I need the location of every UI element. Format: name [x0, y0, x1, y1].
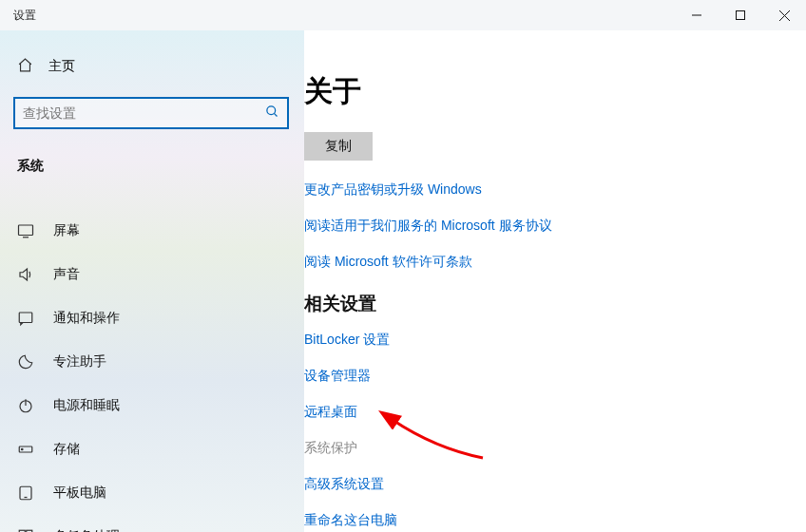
- link-services-agreement[interactable]: 阅读适用于我们服务的 Microsoft 服务协议: [304, 218, 806, 235]
- search-icon: [265, 104, 279, 122]
- related-advanced-settings[interactable]: 高级系统设置: [304, 476, 806, 493]
- close-button[interactable]: [762, 0, 806, 30]
- notifications-icon: [17, 310, 34, 327]
- sidebar: 主页 系统 屏幕 声音 通知和操作: [0, 30, 304, 532]
- window-title: 设置: [13, 8, 36, 24]
- sidebar-item-display[interactable]: 屏幕: [13, 209, 295, 253]
- svg-line-5: [274, 113, 277, 116]
- maximize-button[interactable]: [719, 0, 762, 30]
- sidebar-item-label: 声音: [53, 266, 80, 283]
- sidebar-item-label: 屏幕: [53, 222, 80, 239]
- sidebar-item-label: 专注助手: [53, 353, 106, 370]
- sidebar-item-label: 平板电脑: [53, 484, 106, 502]
- svg-point-12: [22, 448, 24, 450]
- link-product-key[interactable]: 更改产品密钥或升级 Windows: [304, 181, 806, 199]
- storage-icon: [17, 441, 34, 458]
- svg-rect-8: [19, 313, 32, 323]
- sidebar-item-sound[interactable]: 声音: [13, 253, 295, 296]
- sidebar-item-storage[interactable]: 存储: [13, 428, 295, 471]
- titlebar: 设置: [0, 0, 806, 30]
- sidebar-item-label: 多任务处理: [53, 528, 120, 532]
- power-icon: [17, 397, 34, 414]
- copy-button[interactable]: 复制: [304, 132, 373, 161]
- sound-icon: [17, 266, 34, 283]
- svg-rect-6: [19, 225, 33, 236]
- multitask-icon: [17, 528, 34, 532]
- sidebar-item-label: 存储: [53, 441, 80, 458]
- minimize-button[interactable]: [675, 0, 719, 30]
- display-icon: [17, 222, 34, 239]
- home-icon: [17, 57, 33, 76]
- related-rename-pc[interactable]: 重命名这台电脑: [304, 512, 806, 529]
- tablet-icon: [17, 484, 34, 502]
- search-box[interactable]: [13, 97, 289, 129]
- sidebar-item-focus[interactable]: 专注助手: [13, 340, 295, 384]
- focus-icon: [17, 353, 34, 370]
- sidebar-item-tablet[interactable]: 平板电脑: [13, 471, 295, 515]
- sidebar-item-power[interactable]: 电源和睡眠: [13, 384, 295, 428]
- content-pane: 关于 复制 更改产品密钥或升级 Windows 阅读适用于我们服务的 Micro…: [304, 30, 806, 532]
- sidebar-home[interactable]: 主页: [13, 49, 295, 84]
- svg-point-4: [267, 106, 276, 115]
- sidebar-item-label: 通知和操作: [53, 310, 120, 327]
- related-device-manager[interactable]: 设备管理器: [304, 368, 806, 385]
- sidebar-item-multitask[interactable]: 多任务处理: [13, 515, 295, 532]
- related-bitlocker[interactable]: BitLocker 设置: [304, 332, 806, 349]
- page-title: 关于: [304, 72, 806, 111]
- link-license-terms[interactable]: 阅读 Microsoft 软件许可条款: [304, 254, 806, 271]
- sidebar-item-notifications[interactable]: 通知和操作: [13, 296, 295, 340]
- window-controls: [675, 0, 806, 30]
- related-system-protection[interactable]: 系统保护: [304, 440, 806, 457]
- search-input[interactable]: [23, 105, 265, 121]
- svg-rect-1: [737, 11, 745, 20]
- sidebar-section-label: 系统: [13, 152, 295, 180]
- related-heading: 相关设置: [304, 292, 806, 316]
- sidebar-home-label: 主页: [48, 58, 75, 75]
- related-remote-desktop[interactable]: 远程桌面: [304, 404, 806, 421]
- sidebar-item-label: 电源和睡眠: [53, 397, 120, 414]
